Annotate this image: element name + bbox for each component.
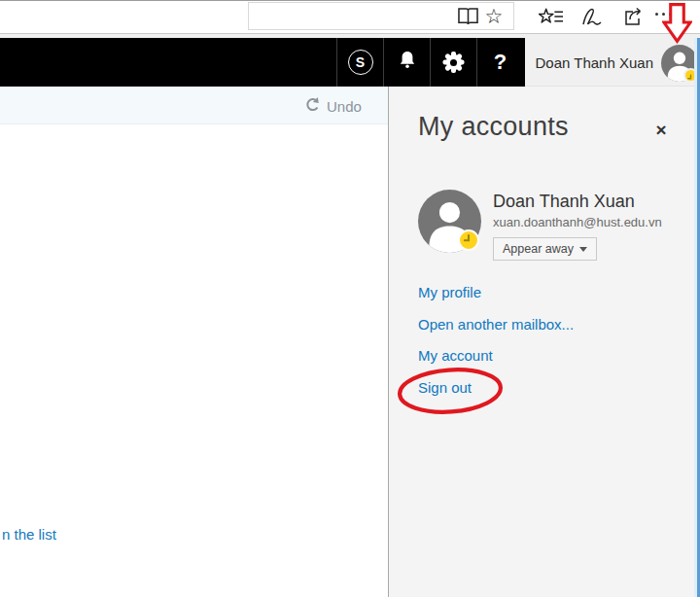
- close-icon[interactable]: ×: [650, 120, 672, 141]
- presence-status-button[interactable]: Appear away: [493, 237, 597, 261]
- presence-clock-badge-icon: [458, 229, 479, 251]
- settings-button[interactable]: [430, 38, 476, 87]
- more-options-icon[interactable]: [669, 13, 672, 16]
- web-note-pen-icon[interactable]: [579, 5, 605, 28]
- account-display-name: Doan Thanh Xuan: [493, 192, 635, 212]
- share-icon[interactable]: [620, 5, 646, 28]
- undo-button[interactable]: Undo: [303, 94, 362, 118]
- undo-arrow-icon: [303, 96, 321, 117]
- more-options-icon[interactable]: [662, 13, 665, 16]
- hub-favorites-icon[interactable]: [539, 5, 564, 28]
- notifications-button[interactable]: [383, 38, 430, 87]
- chevron-down-icon: [579, 247, 587, 252]
- more-options-icon[interactable]: [655, 13, 658, 16]
- notifications-bell-icon: [396, 49, 419, 76]
- skype-icon: S: [348, 50, 373, 75]
- sign-out-link[interactable]: Sign out: [418, 379, 472, 396]
- help-button[interactable]: ?: [476, 38, 523, 87]
- help-icon: ?: [494, 50, 507, 75]
- topbar-user-name[interactable]: Doan Thanh Xuan: [533, 38, 653, 87]
- undo-label: Undo: [327, 98, 362, 115]
- partial-list-link[interactable]: n the list: [2, 526, 56, 543]
- main-content: [0, 124, 388, 597]
- account-email: xuan.doanthanh@hust.edu.vn: [493, 215, 662, 229]
- favorite-star-icon[interactable]: ☆: [481, 5, 507, 28]
- my-accounts-panel: [388, 87, 700, 597]
- my-account-link[interactable]: My account: [418, 347, 493, 364]
- my-profile-link[interactable]: My profile: [418, 284, 481, 300]
- presence-status-label: Appear away: [503, 242, 574, 256]
- reading-view-icon[interactable]: [455, 5, 480, 28]
- open-another-mailbox-link[interactable]: Open another mailbox...: [418, 316, 574, 333]
- settings-gear-icon: [442, 51, 466, 74]
- skype-button[interactable]: S: [336, 38, 383, 87]
- panel-title: My accounts: [418, 112, 569, 142]
- screen: ☆ S ?: [0, 0, 700, 597]
- app-bar-icon-group: S ?: [336, 38, 523, 87]
